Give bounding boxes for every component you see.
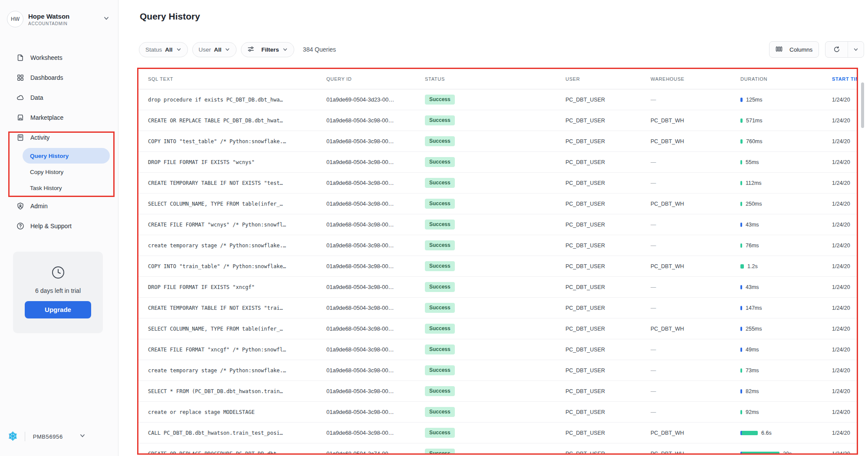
column-header-start-time[interactable]: START TIME [832, 76, 857, 82]
sql-text-cell: DROP FILE FORMAT IF EXISTS "xncgf" [148, 284, 326, 290]
query-id-cell[interactable]: 01a9de68-0504-3c98-00… [326, 367, 425, 374]
table-row[interactable]: CREATE TEMPORARY TABLE IF NOT EXISTS "tr… [138, 298, 857, 318]
duration-bar [740, 139, 743, 144]
status-filter-dropdown[interactable]: Status All [139, 42, 188, 57]
warehouse-cell: PC_DBT_WH [651, 451, 740, 454]
user-cell: PC_DBT_USER [566, 367, 651, 374]
marketplace-store-icon [16, 114, 24, 121]
column-header-sql-text[interactable]: SQL TEXT [148, 76, 326, 82]
query-id-cell[interactable]: 01a9de68-0504-3c74-00… [326, 450, 425, 454]
column-header-query-id[interactable]: QUERY ID [326, 76, 425, 82]
duration-value: 49ms [746, 347, 759, 353]
user-cell: PC_DBT_USER [566, 243, 651, 249]
duration-value: 55ms [746, 159, 759, 165]
status-cell: Success [425, 199, 566, 208]
user-cell: PC_DBT_USER [566, 180, 651, 186]
table-row[interactable]: CREATE FILE FORMAT "wcnys" /* Python:sno… [138, 214, 857, 235]
query-id-cell[interactable]: 01a9de68-0504-3c98-00… [326, 325, 425, 332]
sidebar-item-task-history[interactable]: Task History [23, 180, 110, 196]
status-cell: Success [425, 386, 566, 396]
query-id-cell[interactable]: 01a9de68-0504-3c98-00… [326, 117, 425, 124]
user-cell: PC_DBT_USER [566, 430, 651, 436]
table-row[interactable]: CREATE OR REPLACE TABLE PC_DBT_DB.dbt_hw… [138, 110, 857, 131]
refresh-button[interactable] [825, 42, 848, 57]
start-time-cell: 1/24/20 [832, 388, 857, 394]
sidebar-item-data[interactable]: Data [0, 88, 118, 108]
upgrade-button[interactable]: Upgrade [25, 301, 91, 318]
sidebar-item-worksheets[interactable]: Worksheets [0, 48, 118, 68]
query-id-cell[interactable]: 01a9de68-0504-3c98-00… [326, 284, 425, 290]
table-row[interactable]: COPY INTO "test_table" /* Python:snowfla… [138, 131, 857, 152]
column-header-duration[interactable]: DURATION [740, 76, 832, 82]
duration-bar [740, 202, 742, 206]
start-time-cell: 1/24/20 [832, 159, 857, 165]
snowflake-logo[interactable]: ❄ [8, 431, 18, 443]
sidebar-item-activity[interactable]: Activity [0, 128, 118, 148]
duration-cell: 92ms [740, 409, 832, 415]
user-cell: PC_DBT_USER [566, 347, 651, 353]
table-row[interactable]: drop procedure if exists PC_DBT_DB.dbt_h… [138, 89, 857, 110]
query-id-cell[interactable]: 01a9de68-0504-3c98-00… [326, 430, 425, 436]
duration-bar [740, 118, 743, 123]
query-id-cell[interactable]: 01a9de68-0504-3c98-00… [326, 388, 425, 394]
sidebar-item-marketplace[interactable]: Marketplace [0, 108, 118, 128]
query-id-cell[interactable]: 01a9de68-0504-3c98-00… [326, 346, 425, 353]
table-row[interactable]: create or replace stage MODELSTAGE 01a9d… [138, 402, 857, 423]
status-badge: Success [425, 178, 455, 187]
query-id-cell[interactable]: 01a9de68-0504-3c98-00… [326, 221, 425, 228]
column-header-status[interactable]: STATUS [425, 76, 566, 82]
query-id-cell[interactable]: 01a9de68-0504-3c98-00… [326, 200, 425, 207]
vertical-scrollbar[interactable] [861, 82, 864, 128]
start-time-cell: 1/24/20 [832, 243, 857, 249]
query-id-cell[interactable]: 01a9de69-0504-3d23-00… [326, 96, 425, 103]
chevron-down-icon[interactable] [79, 433, 85, 440]
sidebar-item-admin[interactable]: Admin [0, 196, 118, 216]
table-row[interactable]: create temporary stage /* Python:snowfla… [138, 235, 857, 256]
sql-text-cell: SELECT COLUMN_NAME, TYPE FROM table(infe… [148, 326, 326, 332]
query-id-cell[interactable]: 01a9de68-0504-3c98-00… [326, 180, 425, 186]
filters-dropdown[interactable]: Filters [241, 42, 294, 57]
query-history-table: SQL TEXT QUERY ID STATUS USER WAREHOUSE … [138, 69, 857, 454]
columns-icon [776, 46, 786, 54]
status-cell: Success [425, 157, 566, 167]
account-user-menu[interactable]: HW Hope Watson ACCOUNTADMIN [7, 10, 111, 28]
sidebar-item-help-support[interactable]: Help & Support [0, 216, 118, 236]
column-header-warehouse[interactable]: WAREHOUSE [651, 76, 740, 82]
sidebar-item-copy-history[interactable]: Copy History [23, 164, 110, 180]
sql-text-cell: CREATE FILE FORMAT "wcnys" /* Python:sno… [148, 222, 326, 228]
table-row[interactable]: CREATE FILE FORMAT "xncgf" /* Python:sno… [138, 339, 857, 360]
table-row[interactable]: DROP FILE FORMAT IF EXISTS "xncgf" 01a9d… [138, 277, 857, 298]
warehouse-cell: PC_DBT_WH [651, 201, 740, 207]
columns-button[interactable]: Columns [769, 41, 819, 58]
sidebar-item-label: Admin [30, 203, 48, 210]
sidebar-item-dashboards[interactable]: Dashboards [0, 68, 118, 88]
sidebar-item-query-history[interactable]: Query History [23, 148, 110, 164]
start-time-cell: 1/24/20 [832, 326, 857, 332]
user-filter-dropdown[interactable]: User All [192, 42, 237, 57]
table-row[interactable]: SELECT * FROM (PC_DBT_DB.dbt_hwatson.tra… [138, 381, 857, 402]
duration-value: 760ms [746, 138, 763, 144]
query-id-cell[interactable]: 01a9de68-0504-3c98-00… [326, 242, 425, 249]
query-id-cell[interactable]: 01a9de68-0504-3c98-00… [326, 409, 425, 415]
chevron-down-icon[interactable] [103, 15, 109, 23]
start-time-cell: 1/24/20 [832, 118, 857, 124]
table-row[interactable]: CALL PC_DBT_DB.dbt_hwatson.train_test_po… [138, 423, 857, 443]
query-id-cell[interactable]: 01a9de68-0504-3c98-00… [326, 159, 425, 165]
warehouse-cell: PC_DBT_WH [651, 138, 740, 144]
table-row[interactable]: SELECT COLUMN_NAME, TYPE FROM table(infe… [138, 194, 857, 214]
query-id-cell[interactable]: 01a9de68-0504-3c98-00… [326, 263, 425, 269]
table-row[interactable]: CREATE OR REPLACE PROCEDURE PC_DBT_DB.db… [138, 443, 857, 454]
refresh-options-button[interactable] [848, 42, 864, 57]
sql-text-cell: CREATE OR REPLACE TABLE PC_DBT_DB.dbt_hw… [148, 118, 326, 124]
table-row[interactable]: DROP FILE FORMAT IF EXISTS "wcnys" 01a9d… [138, 152, 857, 173]
user-filter-value: All [214, 46, 221, 53]
sql-text-cell: SELECT * FROM (PC_DBT_DB.dbt_hwatson.tra… [148, 388, 326, 394]
duration-bar [740, 243, 742, 248]
column-header-user[interactable]: USER [566, 76, 651, 82]
query-id-cell[interactable]: 01a9de68-0504-3c98-00… [326, 138, 425, 144]
table-row[interactable]: SELECT COLUMN_NAME, TYPE FROM table(infe… [138, 318, 857, 339]
table-row[interactable]: CREATE TEMPORARY TABLE IF NOT EXISTS "te… [138, 173, 857, 194]
table-row[interactable]: COPY INTO "train_table" /* Python:snowfl… [138, 256, 857, 277]
query-id-cell[interactable]: 01a9de68-0504-3c98-00… [326, 305, 425, 311]
table-row[interactable]: create temporary stage /* Python:snowfla… [138, 360, 857, 381]
